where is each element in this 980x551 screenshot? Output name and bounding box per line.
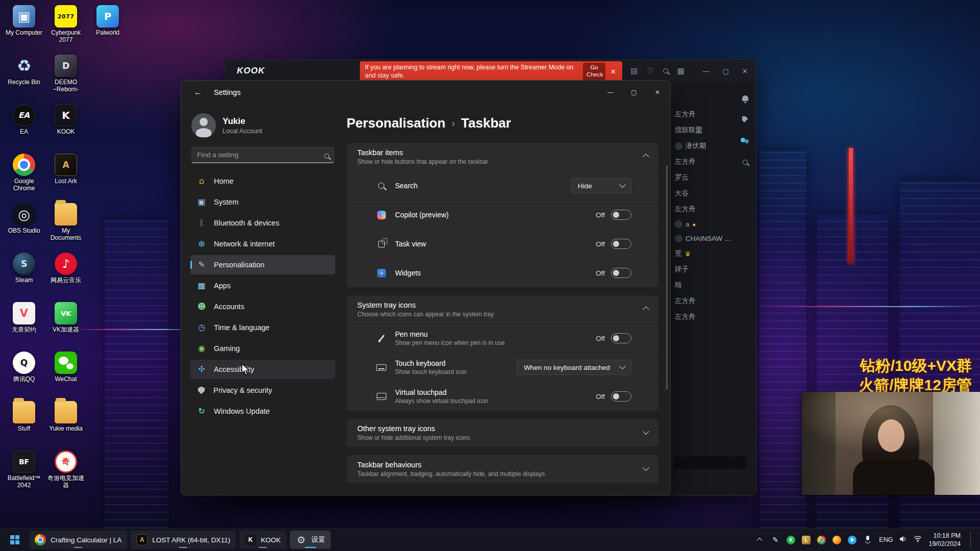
pen-menu-toggle[interactable] xyxy=(611,333,631,343)
show-desktop-button[interactable] xyxy=(970,531,973,548)
desktop-icon[interactable]: EA xyxy=(3,101,45,151)
sidebar-item-windows-update[interactable]: Windows Update xyxy=(190,402,335,421)
members-icon[interactable] xyxy=(741,138,749,144)
desktop-icon[interactable]: 网易云音乐 xyxy=(45,249,87,299)
taskbar-app[interactable]: 设置 xyxy=(290,531,331,549)
clock[interactable]: 10:18 PM 19/02/2024 xyxy=(928,532,961,548)
pen-tray-icon[interactable] xyxy=(771,535,780,544)
kook-list-item[interactable]: 牌子 xyxy=(675,265,732,274)
desktop-icon[interactable]: 奇游电竞加速器 xyxy=(45,447,87,497)
close-button[interactable]: ✕ xyxy=(742,67,748,75)
desktop-icon[interactable]: WeChat xyxy=(45,348,87,398)
virtual-touchpad-toggle[interactable] xyxy=(611,391,631,402)
search-visibility-dropdown[interactable]: Hide xyxy=(571,178,631,193)
desktop-icon[interactable]: Palworld xyxy=(87,2,129,52)
volume-icon[interactable] xyxy=(899,536,907,544)
desktop-icon[interactable]: Cyberpunk 2077 xyxy=(45,2,87,52)
kook-list-item[interactable]: 左方舟 xyxy=(675,157,732,166)
grid-icon[interactable]: ▦ xyxy=(677,66,684,76)
desktop-icon[interactable]: 无畏契约 xyxy=(3,299,45,348)
taskbar-behaviours-header[interactable]: Taskbar behaviours Taskbar alignment, ba… xyxy=(347,455,658,483)
sidebar-item-gaming[interactable]: Gaming xyxy=(190,339,335,358)
desktop-icon[interactable]: Yukie media xyxy=(45,398,87,447)
breadcrumb-parent[interactable]: Personalisation xyxy=(347,115,446,131)
desktop-icon[interactable]: Recycle Bin xyxy=(3,52,45,101)
close-button[interactable]: ✕ xyxy=(646,84,669,101)
sidebar-item-privacy[interactable]: Privacy & security xyxy=(190,381,335,400)
kook-toolbar: ▤ ♡ ▦ xyxy=(630,66,684,76)
kook-list-item[interactable]: 罗云 xyxy=(675,173,732,182)
notifications-icon[interactable] xyxy=(742,95,748,101)
taskbar-items-header[interactable]: Taskbar items Show or hide buttons that … xyxy=(347,143,658,171)
go-check-button[interactable]: Go Check xyxy=(583,63,605,80)
kook-list-item[interactable]: 左方舟 xyxy=(675,205,732,214)
avatar xyxy=(191,113,216,138)
other-tray-header[interactable]: Other system tray icons Show or hide add… xyxy=(347,419,658,447)
kook-list-item[interactable]: a xyxy=(675,220,732,228)
inventory-icon[interactable]: ▤ xyxy=(630,66,638,76)
wifi-icon[interactable] xyxy=(914,536,922,544)
taskbar-app[interactable]: KOOK xyxy=(239,531,286,549)
desktop-icon[interactable]: Steam xyxy=(3,249,45,299)
kook-tray-icon[interactable] xyxy=(787,536,795,544)
firefox-tray-icon[interactable] xyxy=(832,536,841,544)
desktop-icon[interactable]: 腾讯QQ xyxy=(3,348,45,398)
search-input[interactable] xyxy=(191,147,334,163)
sidebar-item-personalisation[interactable]: Personalisation xyxy=(190,255,335,274)
maximize-button[interactable]: ▢ xyxy=(723,67,729,75)
kook-list-item[interactable]: 左方舟 xyxy=(675,312,732,321)
desktop-icon[interactable]: OBS Studio xyxy=(3,200,45,249)
desktop-icon[interactable]: KOOK xyxy=(45,101,87,151)
copilot-toggle[interactable] xyxy=(611,210,631,220)
kook-list-item[interactable]: 擂鼓联盟 xyxy=(675,126,732,135)
user-account[interactable]: Yukie Local Account xyxy=(190,108,335,146)
maximize-button[interactable]: ▢ xyxy=(622,84,646,101)
game-launcher-tray-icon[interactable] xyxy=(802,536,811,544)
system-tray-header[interactable]: System tray icons Choose which icons can… xyxy=(347,295,658,323)
kook-list-item[interactable]: 左方舟 xyxy=(675,296,732,306)
sidebar-item-network[interactable]: Network & internet xyxy=(190,234,335,254)
chrome-tray-icon[interactable] xyxy=(817,536,826,544)
banner-close-icon[interactable]: ✕ xyxy=(609,68,617,76)
taskbar-app[interactable]: Crafting Calculator | LA xyxy=(29,531,127,549)
minimize-button[interactable]: — xyxy=(703,67,709,75)
sidebar-item-accounts[interactable]: Accounts xyxy=(190,297,335,316)
scrollbar[interactable] xyxy=(666,165,668,390)
desktop-icon[interactable]: Lost Ark xyxy=(45,151,87,200)
sidebar-item-home[interactable]: Home xyxy=(190,171,335,191)
sidebar-item-system[interactable]: System xyxy=(190,192,335,212)
tag-icon[interactable] xyxy=(742,116,748,122)
desktop-icon[interactable]: VK加速器 xyxy=(45,299,87,348)
telegram-tray-icon[interactable] xyxy=(848,536,856,544)
kook-list-item[interactable]: CHAINSAW … xyxy=(675,235,732,242)
sidebar-item-bluetooth[interactable]: Bluetooth & devices xyxy=(190,213,335,233)
desktop-icon[interactable]: Stuff xyxy=(3,398,45,447)
taskbar-app[interactable]: LOST ARK (64-bit, DX11) xyxy=(131,531,236,549)
start-button[interactable] xyxy=(4,531,26,549)
microphone-tray-icon[interactable] xyxy=(863,535,872,544)
kook-list-item[interactable]: 大谷 xyxy=(675,189,732,198)
minimize-button[interactable]: — xyxy=(599,84,622,101)
kook-list-item[interactable]: 左方舟 xyxy=(675,110,732,119)
sidebar-item-time-language[interactable]: Time & language xyxy=(190,318,335,337)
desktop-icon[interactable]: Battlefield™ 2042 xyxy=(3,447,45,497)
desktop-icon[interactable]: My Documents xyxy=(45,200,87,249)
sidebar-item-accessibility[interactable]: Accessibility xyxy=(190,360,335,379)
kook-list-item[interactable]: 潜伏期 xyxy=(675,141,732,151)
desktop-icon[interactable]: DEEMO ~Reborn- xyxy=(45,52,87,101)
kook-list-item[interactable]: 荒 xyxy=(675,249,732,258)
input-language[interactable]: ENG xyxy=(879,536,893,543)
heart-icon[interactable]: ♡ xyxy=(647,66,653,76)
search-icon[interactable] xyxy=(663,68,668,73)
desktop-icon[interactable]: My Computer xyxy=(3,2,45,52)
search-icon[interactable] xyxy=(743,160,748,165)
desktop-icon[interactable]: Google Chrome xyxy=(3,151,45,200)
task-view-toggle[interactable] xyxy=(611,239,631,249)
sidebar-item-apps[interactable]: Apps xyxy=(190,276,335,295)
hidden-icons-chevron[interactable] xyxy=(755,535,764,544)
back-icon[interactable] xyxy=(190,86,206,99)
kook-list-item[interactable]: 顺 xyxy=(675,281,732,290)
desktop-icons: My Computer Recycle Bin EA Google Chrome… xyxy=(3,2,129,497)
touch-keyboard-dropdown[interactable]: When no keyboard attached xyxy=(517,360,631,375)
widgets-toggle[interactable] xyxy=(611,268,631,278)
